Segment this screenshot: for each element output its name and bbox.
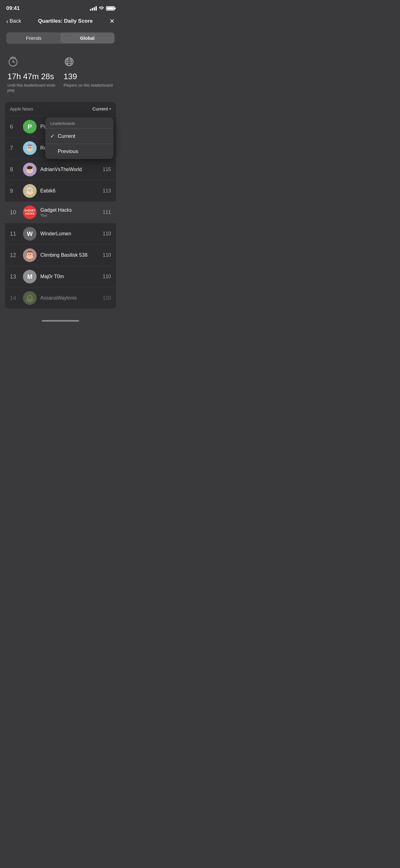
dropdown-previous-label: Previous	[58, 148, 108, 155]
player-info-9: Eebik6	[40, 188, 103, 194]
avatar-assana	[23, 291, 37, 305]
memoji-creature-svg	[23, 291, 37, 305]
avatar-climbingbasilisk	[23, 248, 37, 262]
svg-point-36	[26, 298, 33, 302]
player-row-8[interactable]: 8 AdrianVsTheWorld 115	[5, 159, 116, 180]
player-row-10[interactable]: 10 GADGETHACKS Gadget Hacks You 111	[5, 202, 116, 223]
back-label: Back	[10, 18, 22, 24]
player-name-13: Maj0r T0m	[40, 274, 103, 279]
segment-global[interactable]: Global	[61, 33, 114, 43]
svg-point-38	[30, 297, 31, 298]
dropdown-current-label: Current	[58, 133, 108, 140]
nav-bar: ‹ Back Quartiles: Daily Score ✕	[0, 15, 121, 29]
player-you-label: You	[40, 213, 103, 218]
svg-point-21	[26, 190, 33, 195]
stats-section: 17h 47m 28s Until this leaderboard ends …	[0, 50, 121, 102]
player-name-8: AdrianVsTheWorld	[40, 167, 103, 172]
score-14: 110	[103, 295, 111, 301]
rank-14: 14	[10, 295, 19, 302]
avatar-letter-p: P	[28, 123, 32, 130]
player-info-14: AssanaWaylonis	[40, 295, 103, 301]
segment-wrapper: Friends Global	[0, 29, 121, 50]
svg-point-15	[26, 169, 33, 173]
segment-friends[interactable]: Friends	[7, 33, 61, 43]
memoji-spy-svg	[23, 163, 37, 176]
leaderboard-filter-button[interactable]: Current ▾	[92, 106, 111, 112]
player-info-10: Gadget Hacks You	[40, 207, 103, 218]
status-icons	[90, 6, 115, 11]
score-10: 111	[103, 210, 111, 215]
player-row-12[interactable]: 12 Climbing Basilisk 538 110	[5, 245, 116, 266]
svg-point-10	[30, 147, 31, 148]
back-button[interactable]: ‹ Back	[6, 18, 21, 25]
player-row-9[interactable]: 9 Eebik6 113	[5, 180, 116, 202]
svg-point-9	[29, 147, 29, 148]
svg-point-31	[30, 254, 31, 255]
memoji-grandma-svg	[23, 184, 37, 198]
player-info-8: AdrianVsTheWorld	[40, 167, 103, 172]
svg-point-24	[27, 187, 33, 190]
player-name-9: Eebik6	[40, 188, 103, 194]
home-bar	[42, 320, 79, 321]
avatar-letter-w: W	[27, 230, 33, 238]
score-12: 110	[103, 252, 111, 258]
timer-value: 17h 47m 28s	[7, 72, 57, 81]
svg-point-33	[31, 254, 33, 255]
player-name-14: AssanaWaylonis	[40, 295, 103, 301]
leaderboard-container: Apple News Current ▾ Leaderboards ✓ Curr…	[5, 102, 116, 309]
filter-chevron-icon: ▾	[109, 107, 111, 111]
rank-13: 13	[10, 274, 19, 280]
rank-12: 12	[10, 252, 19, 258]
rank-7: 7	[10, 145, 19, 152]
player-name-11: WinderLumen	[40, 231, 103, 237]
player-row-11[interactable]: 11 W WinderLumen 110	[5, 223, 116, 245]
svg-rect-25	[28, 189, 29, 190]
segment-control: Friends Global	[6, 32, 115, 44]
memoji-male-svg	[23, 141, 37, 155]
rank-11: 11	[10, 231, 19, 237]
close-button[interactable]: ✕	[109, 18, 115, 25]
score-11: 110	[103, 231, 111, 237]
svg-point-12	[31, 148, 33, 149]
svg-point-11	[27, 148, 28, 149]
player-info-11: WinderLumen	[40, 231, 103, 237]
dropdown-header: Leaderboards	[45, 117, 113, 128]
player-info-13: Maj0r T0m	[40, 274, 103, 279]
page-title: Quartiles: Daily Score	[38, 18, 93, 24]
player-row-13[interactable]: 13 M Maj0r T0m 110	[5, 266, 116, 287]
filter-label: Current	[92, 106, 108, 112]
stat-players: 139 Players on this leaderboard	[64, 56, 113, 93]
svg-point-37	[28, 297, 29, 298]
leaderboard-source: Apple News	[10, 106, 33, 112]
svg-point-18	[27, 166, 33, 169]
rank-6: 6	[10, 124, 19, 130]
back-chevron-icon: ‹	[6, 18, 8, 25]
avatar-rossv	[23, 141, 37, 155]
avatar-gadgethacks: GADGETHACKS	[23, 206, 37, 219]
rank-10: 10	[10, 209, 19, 216]
wifi-icon	[99, 6, 104, 11]
memoji-woman-svg	[23, 248, 37, 262]
status-time: 09:41	[6, 5, 20, 11]
rank-9: 9	[10, 188, 19, 194]
svg-rect-26	[30, 189, 32, 190]
avatar-adrian	[23, 163, 37, 176]
players-value: 139	[64, 72, 113, 81]
home-indicator	[0, 315, 121, 324]
battery-icon	[106, 6, 115, 10]
dropdown-item-previous[interactable]: Previous	[45, 144, 113, 159]
signal-icon	[90, 6, 97, 10]
score-8: 115	[103, 167, 111, 172]
avatar-brand-text: GADGETHACKS	[24, 209, 35, 215]
dropdown-item-current[interactable]: ✓ Current	[45, 128, 113, 144]
status-bar: 09:41	[0, 0, 121, 15]
avatar-winderlumen: W	[23, 227, 37, 241]
avatar-letter-m: M	[27, 273, 33, 280]
check-icon: ✓	[50, 133, 58, 140]
player-row-14[interactable]: 14 AssanaWaylonis 110	[5, 287, 116, 309]
svg-point-32	[27, 254, 28, 255]
avatar-maj0rt0m: M	[23, 270, 37, 283]
globe-icon	[64, 56, 113, 69]
score-9: 113	[103, 188, 111, 194]
dropdown-menu: Leaderboards ✓ Current Previous	[45, 117, 113, 159]
